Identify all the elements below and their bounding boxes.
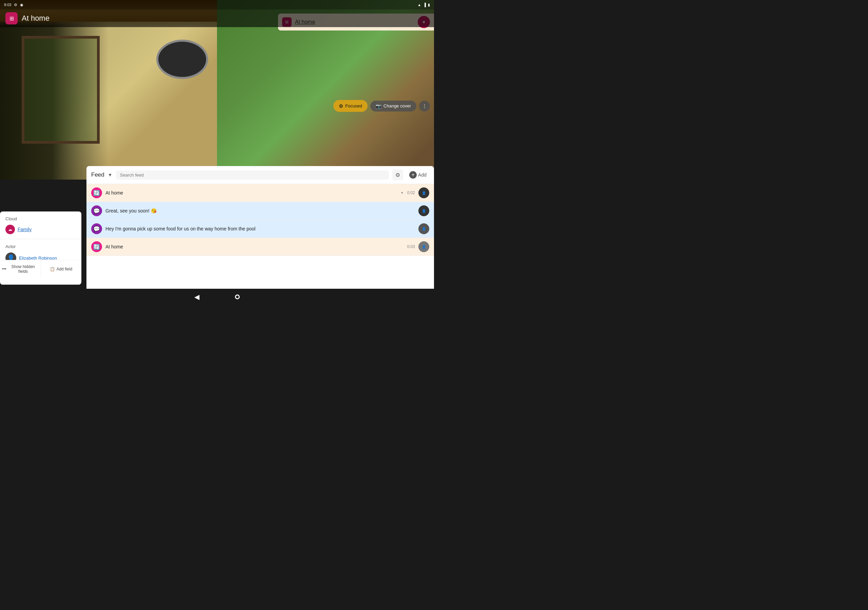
feed-avatar-0: 👤 <box>418 187 429 198</box>
feed-text-1: Great, see you soon! 😘 <box>105 208 415 214</box>
feed-avatar-2: 👤 <box>418 223 429 234</box>
feed-text-3: At home <box>105 244 404 249</box>
add-field-button[interactable]: 📋 Add field <box>41 260 82 278</box>
status-right: ▲ ▐ ▮ <box>417 3 430 7</box>
status-left: 8:03 ⚙ ◉ <box>4 3 23 7</box>
feed-search-input[interactable] <box>116 170 389 180</box>
feed-icon-2: 💬 <box>91 223 102 234</box>
gear-icon: ⚙ <box>395 172 400 178</box>
camera-icon: 📷 <box>376 103 381 109</box>
panel-bottom-actions: ••• Show hidden fields 📋 Add field <box>0 260 81 278</box>
status-bar: 8:03 ⚙ ◉ ▲ ▐ ▮ <box>0 0 434 9</box>
feed-item-1[interactable]: 💬 Great, see you soon! 😘 👤 <box>87 202 434 220</box>
back-icon: ◀ <box>194 293 199 301</box>
feed-text-2: Hey I'm gonna pick up some food for us o… <box>105 226 415 231</box>
feed-time-3: 0:03 <box>407 244 415 249</box>
actor-section-title: Actor <box>5 244 76 249</box>
app-icon: ⊞ <box>5 12 18 25</box>
feed-avatar-1: 👤 <box>418 205 429 216</box>
feed-settings-button[interactable]: ⚙ <box>392 169 403 180</box>
cloud-glyph: ☁ <box>8 227 12 232</box>
more-button[interactable]: ⋮ <box>419 101 430 111</box>
app-bar: ⊞ At home <box>0 9 434 27</box>
cloud-section-title: Cloud <box>5 216 76 221</box>
dots-icon: ••• <box>2 267 6 271</box>
feed-list: 🔄 At home • 0:02 👤 💬 Great, see you soon… <box>87 184 434 298</box>
more-icon: ⋮ <box>422 103 427 109</box>
show-hidden-label: Show hidden fields <box>8 264 39 274</box>
app-title: At home <box>22 14 50 23</box>
cloud-icon: ☁ <box>5 224 15 234</box>
add-label: Add <box>418 172 426 178</box>
add-field-icon: 📋 <box>50 267 55 271</box>
feed-text-0: At home <box>105 190 398 195</box>
feed-panel: Feed ▼ ⚙ + Add 🔄 At home • 0:02 👤 💬 Grea… <box>87 166 434 298</box>
feed-item-2[interactable]: 💬 Hey I'm gonna pick up some food for us… <box>87 220 434 238</box>
cover-window-left <box>22 36 100 144</box>
feed-time-0: 0:02 <box>407 190 415 195</box>
feed-avatar-3: 👤 <box>418 241 429 252</box>
cloud-section: Cloud ☁ Family <box>0 212 81 239</box>
feed-header: Feed ▼ ⚙ + Add <box>87 166 434 184</box>
feed-item-3[interactable]: 🔄 At home 0:03 👤 <box>87 238 434 256</box>
home-circle-icon <box>235 294 240 299</box>
cover-clock <box>156 40 209 79</box>
feed-add-button[interactable]: + Add <box>406 170 429 180</box>
wifi-icon: ▲ <box>417 3 421 7</box>
battery-icon: ▮ <box>428 3 430 7</box>
show-hidden-fields-button[interactable]: ••• Show hidden fields <box>0 260 41 278</box>
focused-button[interactable]: ⊕ Focused <box>333 100 367 112</box>
nav-bar: ◀ <box>0 289 434 305</box>
grid-icon: ⊞ <box>9 15 14 22</box>
family-label: Family <box>18 227 31 232</box>
dropdown-icon[interactable]: ▼ <box>108 172 113 178</box>
back-button[interactable]: ◀ <box>190 290 203 303</box>
left-panel: Cloud ☁ Family Actor 👤 Elizabeth Robinso… <box>0 212 81 285</box>
feed-icon-3: 🔄 <box>91 241 102 252</box>
cover-actions: ⊕ Focused 📷 Change cover ⋮ <box>329 100 434 112</box>
family-cloud-item[interactable]: ☁ Family <box>5 224 76 234</box>
circle-icon: ◉ <box>20 3 23 7</box>
focus-icon: ⊕ <box>339 103 343 109</box>
feed-icon-0: 🔄 <box>91 187 102 198</box>
add-plus-icon: + <box>409 171 417 179</box>
change-cover-label: Change cover <box>383 103 411 108</box>
settings-icon: ⚙ <box>14 3 17 7</box>
time-display: 8:03 <box>4 3 11 7</box>
change-cover-button[interactable]: 📷 Change cover <box>370 101 416 111</box>
home-button[interactable] <box>231 290 244 303</box>
feed-icon-1: 💬 <box>91 205 102 216</box>
add-field-label: Add field <box>56 267 72 271</box>
feed-title: Feed <box>91 172 104 178</box>
feed-item-0[interactable]: 🔄 At home • 0:02 👤 <box>87 184 434 202</box>
signal-icon: ▐ <box>423 3 426 7</box>
focused-label: Focused <box>345 103 362 108</box>
